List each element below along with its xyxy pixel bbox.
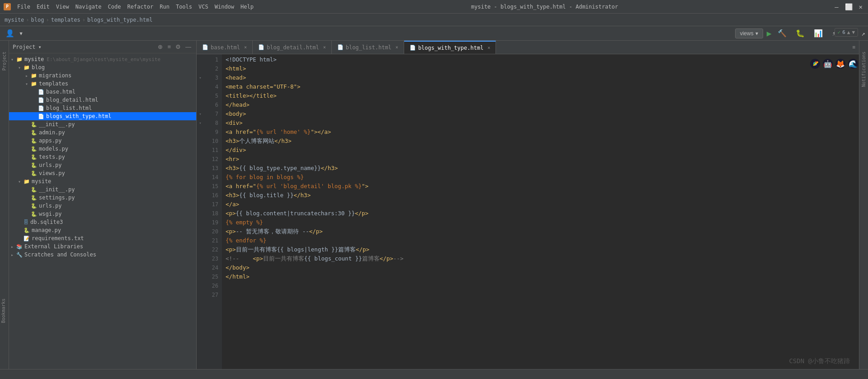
code-line-7[interactable]: <body> <box>222 109 859 118</box>
code-line-11[interactable]: </div> <box>222 146 859 155</box>
code-line-26[interactable] <box>222 281 859 290</box>
fold-btn-7[interactable]: ▾ <box>199 112 201 116</box>
code-line-12[interactable]: <hr> <box>222 155 859 164</box>
build-btn[interactable]: 🔨 <box>775 28 789 39</box>
project-vtab[interactable]: Project <box>1 50 8 72</box>
expand-icon[interactable]: ▸ <box>11 252 16 257</box>
code-line-2[interactable]: <html> <box>222 64 859 73</box>
tree-item-mysite-sub[interactable]: ▾📁mysite <box>9 177 196 185</box>
editor-tab-1[interactable]: 📄blog_detail.html× <box>253 41 332 54</box>
code-line-9[interactable]: <a href="{% url 'home' %}"></a> <box>222 128 859 137</box>
code-line-22[interactable]: <p>目前一共有博客{{ blogs|length }}篇博客</p> <box>222 245 859 254</box>
expand-icon[interactable]: ▾ <box>11 57 16 62</box>
toolbar-left[interactable]: 👤 ▾ <box>3 28 26 39</box>
editor-tab-3[interactable]: 📄blogs_with_type.html× <box>404 41 496 54</box>
tree-item-tests.py[interactable]: 🐍tests.py <box>9 153 196 161</box>
tree-item-templates[interactable]: ▾📁templates <box>9 80 196 88</box>
tree-item-models.py[interactable]: 🐍models.py <box>9 145 196 153</box>
tab-close-3[interactable]: × <box>487 45 490 50</box>
code-line-5[interactable]: <title></title> <box>222 91 859 100</box>
tree-item-views.py[interactable]: 🐍views.py <box>9 169 196 177</box>
edge-icon[interactable]: 🌊 <box>848 59 858 69</box>
sidebar-toolbar[interactable]: ⊕ ≡ ⚙ — <box>156 43 193 51</box>
run-button[interactable]: ▶ <box>767 28 772 38</box>
expand-icon[interactable]: ▸ <box>11 244 16 249</box>
tree-item-blog_list.html[interactable]: 📄blog_list.html <box>9 104 196 112</box>
menu-item-file[interactable]: File <box>14 3 33 11</box>
debug-btn[interactable]: 🐛 <box>793 28 807 39</box>
firefox-icon[interactable]: 🦊 <box>835 59 845 69</box>
tab-close-0[interactable]: × <box>244 45 247 50</box>
tree-item-__init__2.py[interactable]: 🐍__init__.py <box>9 185 196 194</box>
bookmarks-vtab[interactable]: Bookmarks <box>0 297 9 325</box>
code-line-4[interactable]: <meta charset="UTF-8"> <box>222 82 859 91</box>
menu-item-help[interactable]: Help <box>238 3 256 11</box>
tree-item-migrations[interactable]: ▸📁migrations <box>9 71 196 80</box>
minimize-btn[interactable]: — <box>833 3 840 10</box>
code-line-14[interactable]: {% for blog in blogs %} <box>222 173 859 182</box>
fold-btn-8[interactable]: ▾ <box>199 121 201 125</box>
code-line-3[interactable]: <head> <box>222 73 859 82</box>
code-line-25[interactable]: </html> <box>222 272 859 281</box>
tree-item-blogs_with_type.html[interactable]: 📄blogs_with_type.html <box>9 112 196 120</box>
code-line-21[interactable]: {% endfor %} <box>222 236 859 245</box>
coverage-btn[interactable]: 📊 <box>811 28 826 39</box>
external-icon[interactable]: ↗ <box>862 30 865 37</box>
menu-item-edit[interactable]: Edit <box>34 3 52 11</box>
breadcrumb-item-3[interactable]: blogs_with_type.html <box>87 17 153 23</box>
tree-item-apps.py[interactable]: 🐍apps.py <box>9 137 196 145</box>
gutter-line-7[interactable]: ▾ <box>197 109 204 118</box>
editor-tabs[interactable]: 📄base.html×📄blog_detail.html×📄blog_list.… <box>197 41 859 54</box>
tree-item-external-libraries[interactable]: ▸📚External Libraries <box>9 242 196 251</box>
tree-item-urls2.py[interactable]: 🐍urls.py <box>9 202 196 210</box>
expand-icon[interactable]: ▾ <box>25 81 31 86</box>
code-line-18[interactable]: <p>{{ blog.content|truncatechars:30 }}</… <box>222 209 859 218</box>
validation-down-icon[interactable]: ▼ <box>852 29 855 35</box>
tree-item-blog_detail.html[interactable]: 📄blog_detail.html <box>9 96 196 104</box>
code-line-8[interactable]: <div> <box>222 118 859 128</box>
code-line-16[interactable]: <h3>{{ blog.title }}</h3> <box>222 191 859 200</box>
fold-btn-3[interactable]: ▾ <box>199 76 201 80</box>
menu-item-code[interactable]: Code <box>105 3 124 11</box>
collapse-all-btn[interactable]: ≡ <box>166 43 172 51</box>
validation-badge[interactable]: ✓ 6 ▲ ▼ <box>835 28 859 37</box>
views-button[interactable]: views ▾ <box>735 28 763 38</box>
validation-up-icon[interactable]: ▲ <box>847 29 850 35</box>
tabs-more-btn[interactable]: ≡ <box>849 44 859 50</box>
editor-tab-0[interactable]: 📄base.html× <box>197 41 253 54</box>
sidebar-dropdown-icon[interactable]: ▾ <box>38 44 42 50</box>
locate-file-btn[interactable]: ⊕ <box>156 43 164 51</box>
code-line-17[interactable]: </a> <box>222 200 859 209</box>
editor-tab-2[interactable]: 📄blog_list.html× <box>332 41 404 54</box>
tree-item-mysite-root[interactable]: ▾📁mysiteE:\about_Django\test\mysite_env\… <box>9 55 196 63</box>
tree-item-manage.py[interactable]: 🐍manage.py <box>9 226 196 234</box>
sidebar-settings-btn[interactable]: ⚙ <box>174 43 182 51</box>
code-line-15[interactable]: <a href="{% url 'blog_detail' blog.pk %}… <box>222 182 859 191</box>
expand-icon[interactable]: ▾ <box>18 179 24 184</box>
tree-item-scratches[interactable]: ▸🔧Scratches and Consoles <box>9 251 196 259</box>
code-line-23[interactable]: <!-- <p>目前一共有博客{{ blogs_count }}篇博客</p>-… <box>222 254 859 263</box>
android-icon[interactable]: 🤖 <box>823 59 833 69</box>
code-area[interactable]: <!DOCTYPE html><html><head> <meta charse… <box>222 54 859 369</box>
breadcrumb-item-2[interactable]: templates <box>51 17 80 23</box>
window-controls[interactable]: — ⬜ ✕ <box>833 3 864 10</box>
code-line-1[interactable]: <!DOCTYPE html> <box>222 55 859 64</box>
tree-item-__init__.py[interactable]: 🐍__init__.py <box>9 120 196 128</box>
code-line-20[interactable]: <p>-- 暂无博客，敬请期待 --</p> <box>222 227 859 236</box>
menu-item-view[interactable]: View <box>53 3 72 11</box>
tab-close-1[interactable]: × <box>323 45 326 50</box>
expand-icon[interactable]: ▾ <box>18 65 24 70</box>
tree-item-db.sqlite3[interactable]: 🗄db.sqlite3 <box>9 218 196 226</box>
menu-item-vcs[interactable]: VCS <box>196 3 211 11</box>
close-btn[interactable]: ✕ <box>857 3 864 10</box>
sidebar-hide-btn[interactable]: — <box>184 43 193 51</box>
code-line-24[interactable]: </body> <box>222 263 859 272</box>
tree-item-urls.py[interactable]: 🐍urls.py <box>9 161 196 169</box>
menu-item-refactor[interactable]: Refactor <box>124 3 156 11</box>
breadcrumb-item-0[interactable]: mysite <box>5 17 24 23</box>
tab-close-2[interactable]: × <box>396 45 398 50</box>
menu-item-window[interactable]: Window <box>212 3 237 11</box>
code-line-27[interactable] <box>222 290 859 299</box>
browser-icons-bar[interactable]: 🤖 🦊 🌊 <box>810 59 858 69</box>
tree-item-base.html[interactable]: 📄base.html <box>9 88 196 96</box>
